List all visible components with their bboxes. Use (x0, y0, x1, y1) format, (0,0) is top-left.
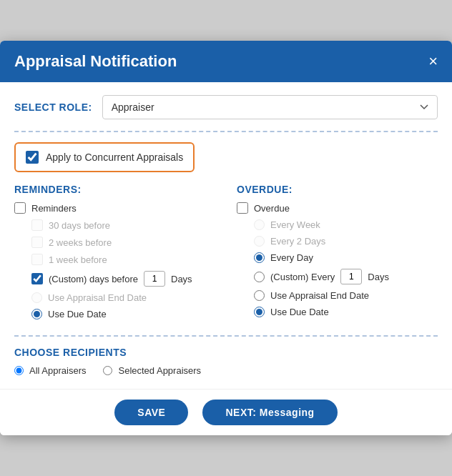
overdue-custom-radio[interactable] (254, 272, 265, 282)
all-appraisers-radio[interactable] (14, 366, 24, 375)
overdue-main-label: Overdue (254, 203, 290, 214)
overdue-every-day-radio[interactable] (254, 252, 265, 263)
overdue-end-date-radio[interactable] (254, 290, 265, 301)
divider-1 (14, 131, 438, 132)
reminders-checkbox[interactable] (14, 202, 26, 214)
overdue-due-date-radio[interactable] (254, 307, 265, 317)
reminder-30days-label: 30 days before (49, 220, 110, 231)
concurrent-checkbox[interactable] (26, 151, 39, 164)
reminder-custom-input[interactable] (144, 271, 165, 287)
overdue-every-2days: Every 2 Days (254, 236, 438, 247)
modal-title: Appraisal Notification (14, 52, 177, 71)
overdue-every-week-radio[interactable] (254, 219, 265, 230)
reminder-end-date-radio[interactable] (31, 292, 42, 303)
overdue-every-2days-label: Every 2 Days (270, 236, 325, 247)
overdue-end-date: Use Appraisal End Date (254, 290, 438, 301)
overdue-every-day-label: Every Day (270, 252, 313, 263)
reminder-1week-label: 1 week before (49, 254, 107, 265)
selected-appraisers-radio[interactable] (103, 366, 112, 375)
overdue-custom-label: (Custom) Every (270, 272, 335, 282)
reminders-column: REMINDERS: Reminders 30 days before 2 we… (14, 184, 215, 325)
overdue-every-2days-radio[interactable] (254, 236, 265, 247)
selected-appraisers-label: Selected Appraisers (118, 365, 201, 376)
concurrent-appraisals-box[interactable]: Apply to Concurrent Appraisals (14, 142, 195, 172)
selected-appraisers-option: Selected Appraisers (103, 365, 201, 376)
save-button[interactable]: SAVE (114, 400, 188, 425)
reminder-end-date-label: Use Appraisal End Date (48, 292, 147, 303)
modal-header: Appraisal Notification × (0, 41, 452, 82)
reminder-2weeks-checkbox[interactable] (31, 237, 43, 248)
appraisal-notification-modal: Appraisal Notification × SELECT ROLE: Ap… (0, 41, 452, 435)
reminder-2weeks: 2 weeks before (31, 237, 215, 248)
modal-body: SELECT ROLE: Appraiser Reviewer Manager … (0, 82, 452, 389)
overdue-main-option: Overdue (237, 202, 438, 214)
overdue-section-title: OVERDUE: (237, 184, 438, 195)
reminders-sub-options: 30 days before 2 weeks before 1 week bef… (31, 219, 215, 319)
reminder-2weeks-label: 2 weeks before (49, 237, 112, 248)
reminder-custom: (Custom) days before Days (31, 271, 215, 287)
select-role-label: SELECT ROLE: (14, 101, 92, 113)
overdue-every-day: Every Day (254, 252, 438, 263)
all-appraisers-option: All Appraisers (14, 365, 86, 376)
reminder-1week-checkbox[interactable] (31, 254, 43, 265)
overdue-sub-options: Every Week Every 2 Days Every Day (Custo… (254, 219, 438, 317)
next-button[interactable]: NEXT: Messaging (202, 400, 337, 425)
overdue-every-week-label: Every Week (270, 219, 320, 230)
overdue-column: OVERDUE: Overdue Every Week Every 2 Days (237, 184, 438, 325)
recipients-title: CHOOSE RECIPIENTS (14, 347, 438, 358)
reminder-1week: 1 week before (31, 254, 215, 265)
reminder-end-date: Use Appraisal End Date (31, 292, 215, 303)
reminders-main-label: Reminders (31, 203, 77, 214)
reminder-30days-checkbox[interactable] (31, 219, 43, 231)
concurrent-label: Apply to Concurrent Appraisals (46, 152, 183, 163)
recipients-section: CHOOSE RECIPIENTS All Appraisers Selecte… (14, 347, 438, 376)
reminder-due-date-label: Use Due Date (48, 309, 107, 319)
close-button[interactable]: × (428, 54, 438, 69)
reminder-custom-checkbox[interactable] (31, 273, 43, 284)
reminder-custom-label: (Custom) days before (49, 274, 138, 284)
modal-footer: SAVE NEXT: Messaging (0, 389, 452, 435)
reminder-days-label: Days (171, 274, 192, 284)
reminder-due-date-radio[interactable] (31, 309, 42, 319)
overdue-days-suffix: Days (368, 272, 389, 282)
reminders-overdue-columns: REMINDERS: Reminders 30 days before 2 we… (14, 184, 438, 325)
recipients-options: All Appraisers Selected Appraisers (14, 365, 438, 376)
overdue-end-date-label: Use Appraisal End Date (270, 290, 369, 301)
reminder-30days: 30 days before (31, 219, 215, 231)
reminder-due-date: Use Due Date (31, 309, 215, 319)
role-select[interactable]: Appraiser Reviewer Manager (102, 95, 438, 119)
overdue-due-date-label: Use Due Date (270, 307, 329, 317)
overdue-custom-input[interactable] (340, 269, 362, 284)
all-appraisers-label: All Appraisers (29, 365, 86, 376)
reminders-section-title: REMINDERS: (14, 184, 215, 195)
overdue-every-week: Every Week (254, 219, 438, 230)
overdue-checkbox[interactable] (237, 202, 248, 214)
overdue-due-date: Use Due Date (254, 307, 438, 317)
divider-2 (14, 335, 438, 337)
select-role-row: SELECT ROLE: Appraiser Reviewer Manager (14, 95, 438, 119)
reminders-main-option: Reminders (14, 202, 215, 214)
overdue-custom: (Custom) Every Days (254, 269, 438, 284)
